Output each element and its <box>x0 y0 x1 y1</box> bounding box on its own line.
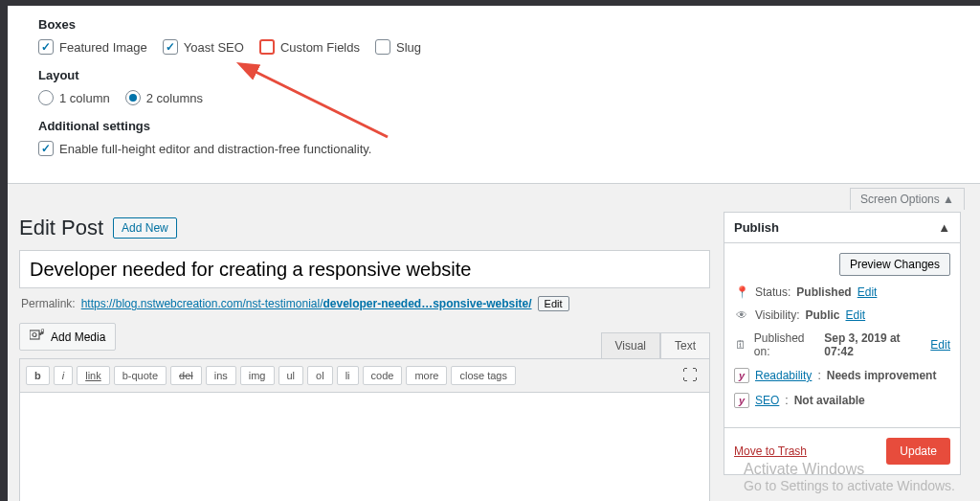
calendar-icon: 🗓 <box>734 338 748 352</box>
checkbox-label: Featured Image <box>59 40 147 55</box>
move-to-trash-link[interactable]: Move to Trash <box>734 444 807 458</box>
qt-li[interactable]: li <box>337 366 359 385</box>
radio-icon <box>38 90 54 105</box>
qt-more[interactable]: more <box>406 366 447 385</box>
add-media-label: Add Media <box>51 330 105 344</box>
visibility-edit-link[interactable]: Edit <box>845 308 865 322</box>
screen-options-actions: Screen Options ▲ <box>8 184 980 212</box>
published-edit-link[interactable]: Edit <box>930 338 950 352</box>
checkbox-icon <box>259 39 275 55</box>
radio-1-column[interactable]: 1 column <box>38 90 110 105</box>
permalink-link[interactable]: https://blog.nstwebcreation.com/nst-test… <box>81 297 532 310</box>
chevron-up-icon[interactable]: ▲ <box>938 220 950 235</box>
qt-i[interactable]: i <box>54 366 73 385</box>
radio-label: 1 column <box>59 91 110 105</box>
qt-img[interactable]: img <box>240 366 275 385</box>
visibility-value: Public <box>805 308 839 322</box>
layout-row: 1 column 2 columns <box>38 90 961 105</box>
qt-del[interactable]: del <box>170 366 202 385</box>
checkbox-label: Custom Fields <box>280 40 360 55</box>
published-value: Sep 3, 2019 at 07:42 <box>824 331 924 358</box>
qt-code[interactable]: code <box>363 366 403 385</box>
published-label: Published on: <box>754 331 818 358</box>
qt-ins[interactable]: ins <box>206 366 236 385</box>
qt-close-tags[interactable]: close tags <box>451 366 516 385</box>
fullscreen-icon[interactable]: ⛶ <box>677 365 703 386</box>
svg-point-2 <box>33 333 36 337</box>
quicktags-toolbar: b i link b-quote del ins img ul ol li co… <box>19 358 710 393</box>
checkbox-icon <box>38 39 54 55</box>
yoast-readability-icon: y <box>734 368 749 383</box>
boxes-row: Featured Image Yoast SEO Custom Fields S… <box>38 39 961 55</box>
add-media-button[interactable]: Add Media <box>19 323 116 351</box>
checkbox-icon <box>163 39 178 55</box>
tab-text[interactable]: Text <box>660 332 710 358</box>
eye-icon: 👁 <box>734 308 749 322</box>
pin-icon: 📍 <box>734 285 749 299</box>
post-title-input[interactable] <box>19 250 710 288</box>
additional-heading: Additional settings <box>38 119 961 133</box>
add-new-button[interactable]: Add New <box>113 217 177 239</box>
boxes-heading: Boxes <box>38 17 961 32</box>
yoast-seo-icon: y <box>734 393 749 408</box>
checkbox-icon <box>38 141 54 156</box>
status-row: 📍 Status: Published Edit <box>734 285 950 299</box>
radio-label: 2 columns <box>146 91 203 105</box>
checkbox-label: Enable full-height editor and distractio… <box>59 142 371 156</box>
preview-changes-button[interactable]: Preview Changes <box>839 253 950 276</box>
checkbox-icon <box>375 39 390 55</box>
seo-link[interactable]: SEO <box>755 394 779 407</box>
page-title: Edit Post <box>19 216 103 240</box>
publish-heading: Publish <box>734 220 779 235</box>
update-button[interactable]: Update <box>886 438 950 465</box>
checkbox-full-height-editor[interactable]: Enable full-height editor and distractio… <box>38 141 371 156</box>
permalink-edit-button[interactable]: Edit <box>538 296 569 311</box>
seo-value: Not available <box>794 394 865 407</box>
readability-value: Needs improvement <box>827 369 937 382</box>
svg-rect-1 <box>30 330 39 339</box>
checkbox-label: Slug <box>396 40 421 55</box>
qt-b[interactable]: b <box>26 366 50 385</box>
permalink-row: Permalink: https://blog.nstwebcreation.c… <box>21 296 710 311</box>
qt-ul[interactable]: ul <box>278 366 304 385</box>
checkbox-label: Yoast SEO <box>184 40 244 55</box>
checkbox-featured-image[interactable]: Featured Image <box>38 39 147 55</box>
layout-heading: Layout <box>38 68 961 82</box>
visibility-row: 👁 Visibility: Public Edit <box>734 308 950 322</box>
additional-row: Enable full-height editor and distractio… <box>38 141 961 156</box>
publish-metabox: Publish ▲ Preview Changes 📍 Status: Publ… <box>724 212 961 475</box>
checkbox-custom-fields[interactable]: Custom Fields <box>259 39 360 55</box>
radio-icon <box>125 90 141 105</box>
readability-row: y Readability: Needs improvement <box>734 368 950 383</box>
qt-bquote[interactable]: b-quote <box>114 366 167 385</box>
camera-music-icon <box>30 329 45 345</box>
screen-options-toggle[interactable]: Screen Options ▲ <box>850 188 965 210</box>
status-label: Status: <box>755 285 791 299</box>
radio-2-columns[interactable]: 2 columns <box>125 90 203 105</box>
visibility-label: Visibility: <box>755 308 799 322</box>
status-value: Published <box>796 285 851 299</box>
readability-link[interactable]: Readability <box>755 369 812 382</box>
tab-visual[interactable]: Visual <box>601 332 660 358</box>
editor-textarea[interactable] <box>19 393 710 501</box>
checkbox-slug[interactable]: Slug <box>375 39 421 55</box>
seo-row: y SEO: Not available <box>734 393 950 408</box>
published-row: 🗓 Published on: Sep 3, 2019 at 07:42 Edi… <box>734 331 950 358</box>
screen-options-panel: Boxes Featured Image Yoast SEO Custom Fi… <box>8 6 980 184</box>
checkbox-yoast-seo[interactable]: Yoast SEO <box>163 39 244 55</box>
qt-ol[interactable]: ol <box>307 366 333 385</box>
permalink-label: Permalink: <box>21 297 76 310</box>
qt-link[interactable]: link <box>77 366 110 385</box>
status-edit-link[interactable]: Edit <box>858 285 878 299</box>
